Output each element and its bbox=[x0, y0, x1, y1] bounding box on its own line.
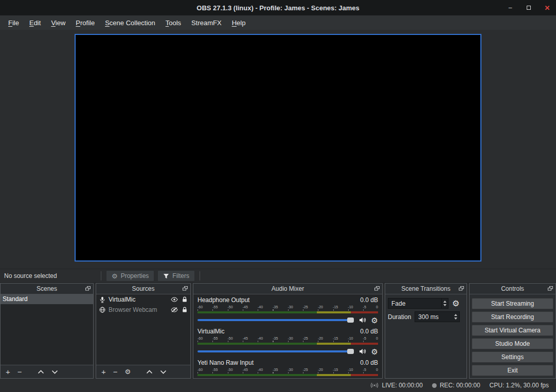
maximize-button[interactable] bbox=[525, 4, 532, 11]
spinner-up-icon bbox=[454, 314, 457, 316]
channel-name: Yeti Nano Raw Input bbox=[198, 359, 254, 368]
menu-edit[interactable]: Edit bbox=[24, 19, 46, 27]
mixer-channel: VirtualMic 0.0 dB -60-55-50-45-40-35-30-… bbox=[198, 328, 378, 356]
level-meter bbox=[198, 343, 378, 345]
popout-icon[interactable] bbox=[548, 286, 553, 291]
scale-ticks bbox=[198, 372, 378, 374]
mixer-channel: Yeti Nano Raw Input 0.0 dB -60-55-50-45-… bbox=[198, 359, 378, 378]
exit-button[interactable]: Exit bbox=[472, 365, 553, 376]
level-meter bbox=[198, 311, 378, 313]
filters-button[interactable]: Filters bbox=[157, 270, 195, 282]
chevron-down-icon bbox=[51, 370, 58, 374]
settings-button[interactable]: Settings bbox=[472, 351, 553, 363]
spinner-down-icon bbox=[454, 318, 457, 320]
minimize-button[interactable]: – bbox=[507, 4, 514, 11]
duration-label: Duration bbox=[388, 313, 411, 321]
duration-spinner[interactable] bbox=[453, 314, 459, 320]
cpu-fps-text: CPU: 1.2%, 30.00 fps bbox=[490, 382, 549, 389]
sources-list: VirtualMic Browser Webcam bbox=[96, 294, 190, 365]
maximize-icon bbox=[527, 6, 531, 10]
source-name: VirtualMic bbox=[109, 296, 135, 303]
menu-scene-collection[interactable]: Scene Collection bbox=[100, 19, 160, 27]
channel-gear-icon[interactable]: ⚙ bbox=[371, 348, 378, 356]
spinner-up-icon bbox=[443, 301, 446, 303]
menu-tools[interactable]: Tools bbox=[160, 19, 186, 27]
window-controls: – ✕ bbox=[507, 0, 551, 15]
live-time: LIVE: 00:00:00 bbox=[382, 382, 422, 389]
scene-item[interactable]: Standard bbox=[1, 294, 93, 304]
preview-area bbox=[0, 30, 556, 269]
menu-streamfx[interactable]: StreamFX bbox=[186, 19, 227, 27]
chevron-up-icon bbox=[38, 370, 44, 374]
menubar: File Edit View Profile Scene Collection … bbox=[0, 15, 556, 30]
source-row[interactable]: Browser Webcam bbox=[96, 305, 190, 315]
audio-mixer-body: Headphone Output 0.0 dB -60-55-50-45-40-… bbox=[193, 294, 382, 378]
db-scale: -60-55-50-45-40-35-30-25-20-15-10-50 bbox=[198, 305, 378, 309]
add-source-button[interactable]: + bbox=[101, 368, 106, 376]
source-up-button[interactable] bbox=[146, 370, 153, 374]
visibility-eye-slash-icon[interactable] bbox=[171, 307, 178, 312]
level-meter bbox=[198, 374, 378, 376]
record-dot-icon bbox=[432, 383, 437, 388]
remove-scene-button[interactable]: − bbox=[17, 368, 22, 376]
popout-icon[interactable] bbox=[459, 286, 464, 291]
slider-handle[interactable] bbox=[347, 349, 354, 354]
volume-slider[interactable] bbox=[198, 350, 354, 352]
mixer-channel: Headphone Output 0.0 dB -60-55-50-45-40-… bbox=[198, 296, 378, 325]
menu-view[interactable]: View bbox=[46, 19, 70, 27]
slider-handle[interactable] bbox=[347, 318, 354, 323]
source-row[interactable]: VirtualMic bbox=[96, 294, 190, 305]
speaker-icon[interactable] bbox=[359, 348, 366, 354]
menu-profile[interactable]: Profile bbox=[70, 19, 100, 27]
scenes-list: Standard bbox=[1, 294, 93, 365]
scene-up-button[interactable] bbox=[38, 370, 44, 374]
popout-icon[interactable] bbox=[374, 286, 380, 291]
close-button[interactable]: ✕ bbox=[544, 4, 551, 12]
scene-down-button[interactable] bbox=[51, 370, 58, 374]
toolbar-separator bbox=[101, 271, 101, 281]
duration-spinbox[interactable]: 300 ms bbox=[415, 311, 460, 322]
menu-help[interactable]: Help bbox=[227, 19, 251, 27]
transition-gear-icon[interactable]: ⚙ bbox=[452, 300, 459, 308]
popout-icon[interactable] bbox=[183, 286, 188, 291]
chevron-down-icon bbox=[160, 370, 167, 374]
source-properties-button[interactable]: ⚙ bbox=[125, 368, 131, 375]
sources-toolbar: + − ⚙ bbox=[96, 365, 190, 378]
minus-icon: − bbox=[17, 368, 22, 376]
remove-source-button[interactable]: − bbox=[113, 368, 118, 376]
gear-icon: ⚙ bbox=[112, 273, 118, 279]
preview-canvas[interactable] bbox=[75, 34, 481, 262]
scale-ticks bbox=[198, 341, 378, 342]
gear-icon: ⚙ bbox=[125, 368, 131, 375]
lock-icon[interactable] bbox=[182, 307, 187, 313]
add-scene-button[interactable]: + bbox=[6, 368, 10, 376]
scenes-toolbar: + − bbox=[1, 365, 93, 378]
toolbar-separator bbox=[200, 271, 200, 281]
status-bar: LIVE: 00:00:00 REC: 00:00:00 CPU: 1.2%, … bbox=[0, 379, 556, 392]
properties-button[interactable]: ⚙ Properties bbox=[106, 270, 154, 282]
channel-name: VirtualMic bbox=[198, 328, 224, 337]
scene-transitions-panel: Scene Transitions Fade ⚙ Duration 3 bbox=[385, 283, 467, 379]
controls-panel: Controls Start Streaming Start Recording… bbox=[469, 283, 556, 379]
volume-slider[interactable] bbox=[198, 319, 354, 321]
sources-header: Sources bbox=[96, 284, 190, 294]
start-recording-button[interactable]: Start Recording bbox=[472, 311, 553, 323]
filters-icon bbox=[163, 273, 169, 279]
visibility-eye-icon[interactable] bbox=[171, 297, 178, 302]
scale-ticks bbox=[198, 309, 378, 311]
channel-gear-icon[interactable]: ⚙ bbox=[371, 316, 378, 324]
studio-mode-button[interactable]: Studio Mode bbox=[472, 338, 553, 349]
popout-icon[interactable] bbox=[85, 286, 91, 291]
combo-spinner[interactable] bbox=[441, 298, 448, 308]
transition-select[interactable]: Fade bbox=[388, 298, 449, 309]
start-streaming-button[interactable]: Start Streaming bbox=[472, 298, 553, 309]
spinner-down-icon bbox=[443, 304, 446, 306]
source-down-button[interactable] bbox=[160, 370, 167, 374]
dock-area: Scenes Standard + − Sources bbox=[0, 283, 556, 379]
start-virtual-camera-button[interactable]: Start Virtual Camera bbox=[472, 325, 553, 336]
speaker-icon[interactable] bbox=[359, 317, 366, 323]
db-scale: -60-55-50-45-40-35-30-25-20-15-10-50 bbox=[198, 368, 378, 372]
menu-file[interactable]: File bbox=[3, 19, 24, 27]
lock-icon[interactable] bbox=[182, 296, 187, 303]
scene-transitions-header: Scene Transitions bbox=[385, 284, 467, 294]
